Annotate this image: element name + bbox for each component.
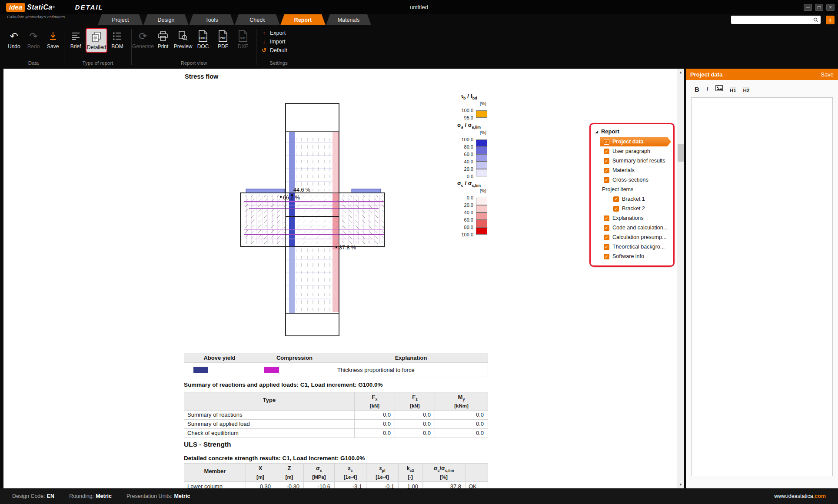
tree-root-report[interactable]: ◢ Report [591,127,673,137]
column-header: My[kNm] [435,392,488,411]
tree-item-label: Project data [612,139,644,145]
import-settings-button[interactable]: ↓ Import [261,38,296,45]
doc-export-button[interactable]: DOC DOC [193,28,213,51]
scroll-down-icon[interactable]: ▼ [677,481,684,488]
column-header: kc2[-] [399,464,422,482]
checkbox-checked-icon[interactable]: ✓ [604,158,609,164]
checkbox-checked-icon[interactable]: ✓ [604,177,609,183]
tree-item-code-and-calculation[interactable]: ✓ Code and calculation... [591,223,673,232]
column-header: Member [184,464,246,482]
maximize-button[interactable] [815,4,823,11]
website-link[interactable]: www.ideastatica.com [774,493,826,499]
tree-item-label: Calculation presump... [612,234,666,240]
pdf-export-button[interactable]: PDF PDF [213,28,233,51]
checkbox-checked-icon[interactable]: ✓ [613,206,619,212]
tree-item-summary-brief-results[interactable]: ✓ Summary brief results [591,156,673,166]
summary-heading: Summary of reactions and applied loads: … [184,381,383,388]
strength-results-table: Member X[m] Z[m] σc[MPa] εc[1e-4] εpl[1e… [184,463,488,488]
save-button[interactable]: Save [43,28,63,51]
tree-item-label: Summary brief results [612,158,665,164]
detailed-report-button[interactable]: Detailed [86,28,107,53]
preview-button[interactable]: Preview [173,28,193,51]
tree-item-bracket-2[interactable]: ✓ Bracket 2 [591,204,673,213]
document-title: untitled [0,4,838,10]
group-label-report-view: Report view [133,60,255,69]
tab-project[interactable]: Project [98,14,143,25]
text-format-toolbar: B I H1 H2 [686,80,838,96]
export-settings-button[interactable]: ↑ Export [261,30,296,36]
legend-concrete-stress: σc / σc,lim [%] 0.0 20.0 40.0 60.0 80.0 … [450,180,488,239]
project-data-panel: Project data Save B I H1 H2 [686,69,838,488]
search-input[interactable] [733,17,813,23]
undo-button[interactable]: ↶ Undo [4,28,24,51]
table-row: Lower column 0.30 -0.30 -10.6 -3.1 -0.1 … [184,481,488,488]
close-button[interactable]: × [826,4,835,11]
checkbox-checked-icon[interactable]: ✓ [604,139,609,145]
insert-image-button[interactable] [715,85,723,93]
project-data-editor[interactable] [691,97,833,476]
tree-group-project-items[interactable]: Project items [591,185,673,194]
tree-item-theoretical-background[interactable]: ✓ Theoretical backgro... [591,242,673,252]
detailed-results-heading: Detailed concrete strength results: C1, … [184,455,365,461]
scroll-up-icon[interactable]: ▲ [677,69,684,76]
redo-icon: ↷ [29,30,37,43]
undo-label: Undo [8,43,20,50]
tree-item-calculation-presumptions[interactable]: ✓ Calculation presump... [591,232,673,242]
print-button[interactable]: Print [153,28,173,51]
tree-item-cross-sections[interactable]: ✓ Cross-sections [591,175,673,185]
column-header: εpl[1e-4] [366,464,399,482]
group-label-type-of-report: Type of report [66,60,130,69]
tree-item-bracket-1[interactable]: ✓ Bracket 1 [591,194,673,204]
legend-swatch [476,162,487,169]
column-header [466,464,488,482]
save-panel-button[interactable]: Save [821,71,834,78]
italic-button[interactable]: I [706,86,708,93]
tagline: Calculate yesterday's estimates [7,14,65,19]
tree-item-explanations[interactable]: ✓ Explanations [591,213,673,223]
tree-item-user-paragraph[interactable]: ✓ User paragraph [591,146,673,156]
default-settings-button[interactable]: ↺ Default [261,47,296,53]
license-info-button[interactable]: i [826,16,835,24]
column-header: Compression [255,353,334,363]
vertical-scrollbar[interactable]: ▲ ▼ [677,69,684,488]
checkbox-checked-icon[interactable]: ✓ [604,254,609,259]
above-yield-swatch [193,367,208,373]
checkbox-checked-icon[interactable]: ✓ [604,168,609,173]
legend-unit: [%] [450,188,488,193]
tree-item-software-info[interactable]: ✓ Software info [591,252,673,261]
checkbox-checked-icon[interactable]: ✓ [604,149,609,154]
minimize-button[interactable]: — [804,4,812,11]
heading1-button[interactable]: H1 [730,87,736,93]
tab-design[interactable]: Design [143,14,189,25]
checkbox-checked-icon[interactable]: ✓ [604,216,609,221]
bom-report-button[interactable]: BOM [107,28,127,51]
ribbon-separator [131,29,132,65]
undo-icon: ↶ [10,30,18,43]
bold-button[interactable]: B [695,86,699,93]
legend-swatch [476,212,487,220]
ribbon-group-data: ↶ Undo ↷ Redo Save Data [4,25,63,69]
checkbox-checked-icon[interactable]: ✓ [604,244,609,250]
tree-item-project-data[interactable]: ✓ Project data [591,137,673,146]
heading2-button[interactable]: H2 [743,87,750,93]
legend-swatch [476,139,487,147]
brief-report-button[interactable]: Brief [66,28,86,51]
tab-check[interactable]: Check [235,14,280,25]
checkbox-checked-icon[interactable]: ✓ [604,235,609,240]
svg-text:DXF: DXF [240,36,246,40]
scrollbar-thumb[interactable] [678,144,684,162]
checkbox-checked-icon[interactable]: ✓ [604,225,609,231]
uls-strength-heading: ULS - Strength [184,441,231,448]
checkbox-checked-icon[interactable]: ✓ [613,196,619,202]
tree-item-materials[interactable]: ✓ Materials [591,166,673,175]
expander-icon[interactable]: ◢ [595,129,598,134]
legend-swatch [476,154,487,162]
legend-swatch [476,205,487,212]
column-header: εc[1e-4] [335,464,366,482]
ribbon: ↶ Undo ↷ Redo Save Data Brief [0,25,838,69]
tab-report[interactable]: Report [280,14,326,25]
tab-materials[interactable]: Materials [326,14,371,25]
registered-mark: ® [53,5,55,9]
tab-tools[interactable]: Tools [189,14,234,25]
tree-item-label: Explanations [612,215,644,221]
